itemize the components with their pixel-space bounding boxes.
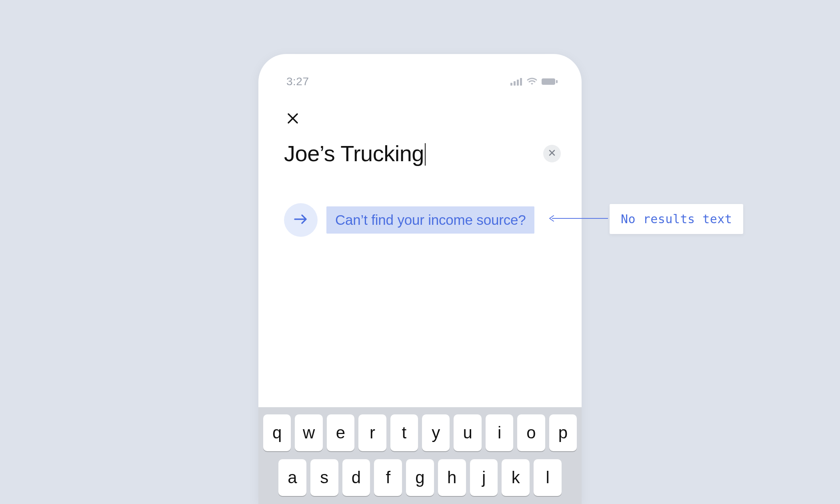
svg-rect-1: [514, 81, 516, 86]
annotation-pointer-arrow: [549, 215, 556, 223]
key-y[interactable]: y: [422, 414, 450, 451]
no-results-link-text: Can’t find your income source?: [335, 212, 526, 228]
key-e[interactable]: e: [327, 414, 354, 451]
arrow-right-icon: [294, 214, 308, 226]
battery-icon: [542, 78, 558, 85]
key-o[interactable]: o: [517, 414, 545, 451]
key-h[interactable]: h: [438, 459, 466, 496]
no-results-row: Can’t find your income source?: [258, 166, 582, 237]
key-l[interactable]: l: [534, 459, 562, 496]
svg-rect-0: [510, 83, 512, 86]
cellular-icon: [510, 78, 522, 86]
keyboard: qwertyuiop asdfghjkl: [258, 407, 582, 504]
svg-rect-4: [542, 78, 555, 85]
key-i[interactable]: i: [486, 414, 513, 451]
svg-rect-2: [517, 80, 519, 86]
close-button[interactable]: [285, 111, 301, 127]
key-f[interactable]: f: [374, 459, 402, 496]
key-u[interactable]: u: [454, 414, 481, 451]
key-g[interactable]: g: [406, 459, 434, 496]
key-k[interactable]: k: [502, 459, 530, 496]
text-caret: [425, 143, 426, 166]
no-results-link[interactable]: Can’t find your income source?: [326, 206, 534, 234]
key-p[interactable]: p: [549, 414, 577, 451]
key-q[interactable]: q: [263, 414, 291, 451]
key-j[interactable]: j: [470, 459, 498, 496]
status-bar: 3:27: [258, 54, 582, 92]
close-icon: [548, 149, 556, 158]
clear-search-button[interactable]: [543, 145, 561, 162]
annotation-label-text: No results text: [621, 212, 732, 226]
status-time: 3:27: [286, 75, 309, 88]
key-s[interactable]: s: [310, 459, 338, 496]
svg-rect-3: [520, 78, 522, 86]
phone-frame: 3:27: [258, 54, 582, 504]
status-icons: [510, 78, 558, 86]
search-input[interactable]: Joe’s Trucking: [258, 127, 582, 166]
close-icon: [287, 112, 299, 126]
annotation-label: No results text: [610, 204, 743, 234]
key-r[interactable]: r: [358, 414, 386, 451]
key-t[interactable]: t: [390, 414, 418, 451]
svg-rect-5: [556, 80, 558, 83]
key-a[interactable]: a: [278, 459, 306, 496]
no-results-arrow-button[interactable]: [284, 203, 318, 237]
annotation-pointer-line: [552, 218, 608, 219]
key-w[interactable]: w: [295, 414, 322, 451]
search-value: Joe’s Trucking: [284, 142, 424, 165]
key-d[interactable]: d: [342, 459, 370, 496]
wifi-icon: [526, 78, 538, 86]
